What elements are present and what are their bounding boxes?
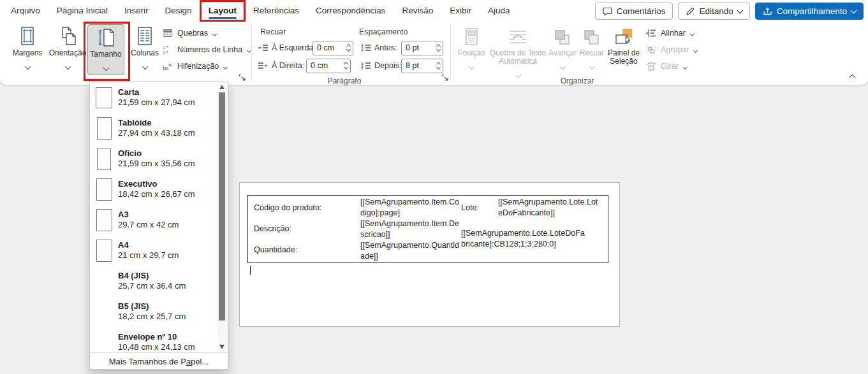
share-icon xyxy=(763,7,772,16)
chevron-down-icon xyxy=(851,7,857,13)
group-icon xyxy=(645,45,657,55)
columns-icon xyxy=(136,24,154,47)
paper-size-name: A3 xyxy=(118,210,179,220)
lot-barcode-field: [[SemAgrupamento.Lote.LoteDoFabricante]:… xyxy=(461,228,589,250)
collapse-ribbon-icon[interactable] xyxy=(846,71,858,82)
share-button[interactable]: Compartilhamento xyxy=(755,3,864,20)
scroll-up-icon[interactable] xyxy=(219,85,224,89)
breaks-icon xyxy=(162,29,173,38)
ribbon-layout-tab: Margens Orientação Tamanho xyxy=(0,21,868,85)
align-button[interactable]: Alinhar xyxy=(645,26,694,40)
paper-icon xyxy=(97,117,112,140)
dropdown-scrollbar[interactable] xyxy=(217,82,227,352)
hyphenation-icon: bca- xyxy=(162,61,173,71)
paper-size-option[interactable]: Executivo 18,42 cm x 26,67 cm xyxy=(90,174,219,205)
menu-bar: Arquivo Página Inicial Inserir xyxy=(0,0,868,21)
scroll-down-icon[interactable] xyxy=(219,345,224,349)
menu-tab[interactable]: Correspondências xyxy=(307,1,394,21)
page-size-button[interactable]: Tamanho xyxy=(87,24,124,75)
page-size-dropdown: Carta 21,59 cm x 27,94 cm Tablóide 27,94… xyxy=(89,82,228,370)
paper-icon xyxy=(96,178,112,201)
paper-size-option[interactable]: Tablóide 27,94 cm x 43,18 cm xyxy=(90,113,219,143)
paper-size-option[interactable]: Envelope nº 10 10,48 cm x 24,13 cm xyxy=(90,327,219,352)
indent-left-input[interactable]: 0 cm xyxy=(313,41,353,55)
spinner-arrows[interactable] xyxy=(437,61,440,69)
window-actions: Comentários Editando Compartilhamento xyxy=(595,3,864,20)
margins-button[interactable]: Margens xyxy=(9,24,46,77)
chevron-down-icon xyxy=(468,64,474,70)
ribbon-chrome: Arquivo Página Inicial Inserir xyxy=(0,0,868,85)
menu-tab[interactable]: Ajuda xyxy=(480,1,519,21)
bring-forward-button: Avançar xyxy=(548,24,577,77)
menu-tab[interactable]: Referências xyxy=(245,1,307,21)
spacing-after-input[interactable]: 8 pt xyxy=(401,59,443,73)
paper-size-name: Carta xyxy=(118,87,195,97)
paper-size-name: B4 (JIS) xyxy=(118,271,186,281)
paper-size-name: B5 (JIS) xyxy=(118,301,186,312)
menu-tab[interactable]: Página Inicial xyxy=(48,1,116,21)
selection-pane-button[interactable]: Painel de Seleção xyxy=(607,24,640,77)
breaks-button[interactable]: Quebras xyxy=(162,26,216,40)
chevron-down-icon xyxy=(212,32,217,36)
send-backward-icon xyxy=(583,24,601,47)
paragraph-group-label: Parágrafo xyxy=(303,76,386,85)
paper-size-option[interactable]: B4 (JIS) 25,7 cm x 36,4 cm xyxy=(90,266,219,296)
lot-label: Lote: xyxy=(461,203,479,213)
rotate-icon xyxy=(645,61,657,71)
paper-size-option[interactable]: A4 21 cm x 29,7 cm xyxy=(90,235,219,266)
paper-size-option[interactable]: Carta 21,59 cm x 27,94 cm xyxy=(90,82,219,113)
spacing-before-input[interactable]: 0 pt xyxy=(401,41,443,55)
line-numbers-button[interactable]: 12 Números de Linha xyxy=(162,43,251,57)
scrollbar-thumb[interactable] xyxy=(219,92,225,320)
indent-header: Recuar xyxy=(260,27,286,36)
text-cursor xyxy=(250,266,251,275)
paper-size-dimensions: 18,42 cm x 26,67 cm xyxy=(118,189,195,199)
paper-size-name: Envelope nº 10 xyxy=(118,332,195,342)
chevron-up-icon xyxy=(849,75,855,81)
paper-size-dimensions: 27,94 cm x 43,18 cm xyxy=(118,128,195,138)
group-button: Agrupar xyxy=(645,43,697,57)
menu-tabs: Arquivo Página Inicial Inserir xyxy=(3,1,519,21)
chevron-down-icon xyxy=(559,64,566,70)
more-paper-sizes-item[interactable]: Mais Tamanhos de Papel... xyxy=(90,353,228,370)
paper-size-option[interactable]: B5 (JIS) 18,2 cm x 25,7 cm xyxy=(90,296,219,327)
svg-text:2: 2 xyxy=(163,50,165,55)
columns-button[interactable]: Colunas xyxy=(128,24,162,77)
spacing-before-icon xyxy=(360,43,371,53)
spacing-after-label: Depois: xyxy=(374,61,401,70)
menu-tab[interactable]: Exibir xyxy=(441,1,480,21)
dialog-launcher-icon[interactable] xyxy=(239,74,247,83)
hyphenation-button[interactable]: bca- Hifenização xyxy=(162,59,227,73)
position-button: Posição xyxy=(455,24,487,77)
spinner-arrows[interactable] xyxy=(344,61,348,69)
paper-size-option[interactable]: A3 29,7 cm x 42 cm xyxy=(90,205,219,235)
menu-tab[interactable]: Arquivo xyxy=(3,1,48,21)
chevron-down-icon xyxy=(515,72,521,78)
group-divider xyxy=(251,25,252,81)
spinner-arrows[interactable] xyxy=(437,43,440,51)
indent-right-input[interactable]: 0 cm xyxy=(306,59,351,73)
paper-size-name: A4 xyxy=(118,240,179,250)
pencil-icon xyxy=(686,7,695,16)
chevron-down-icon xyxy=(683,65,688,69)
arrange-group-label: Organizar xyxy=(536,76,619,85)
wrap-text-icon xyxy=(507,24,529,47)
menu-tab[interactable]: Revisão xyxy=(394,1,442,21)
menu-tab[interactable]: Design xyxy=(157,1,200,21)
paper-size-option[interactable]: Ofício 21,59 cm x 35,56 cm xyxy=(90,143,219,174)
dialog-launcher-icon[interactable] xyxy=(441,74,450,83)
comments-button[interactable]: Comentários xyxy=(595,3,673,20)
chevron-down-icon xyxy=(24,64,31,70)
paper-icon xyxy=(96,209,112,231)
rotate-button: Girar xyxy=(645,59,687,73)
menu-tab[interactable]: Inserir xyxy=(116,1,157,21)
spinner-arrows[interactable] xyxy=(347,43,350,51)
menu-tab[interactable]: Layout xyxy=(200,1,245,21)
paper-size-name: Tablóide xyxy=(118,118,195,128)
chevron-down-icon xyxy=(737,7,743,13)
selection-pane-icon xyxy=(614,24,633,47)
editing-mode-button[interactable]: Editando xyxy=(678,3,749,20)
quantity-label: Quantidade: xyxy=(254,245,297,255)
orientation-button[interactable]: Orientação xyxy=(48,24,87,77)
product-code-label: Código do produto: xyxy=(254,203,321,213)
